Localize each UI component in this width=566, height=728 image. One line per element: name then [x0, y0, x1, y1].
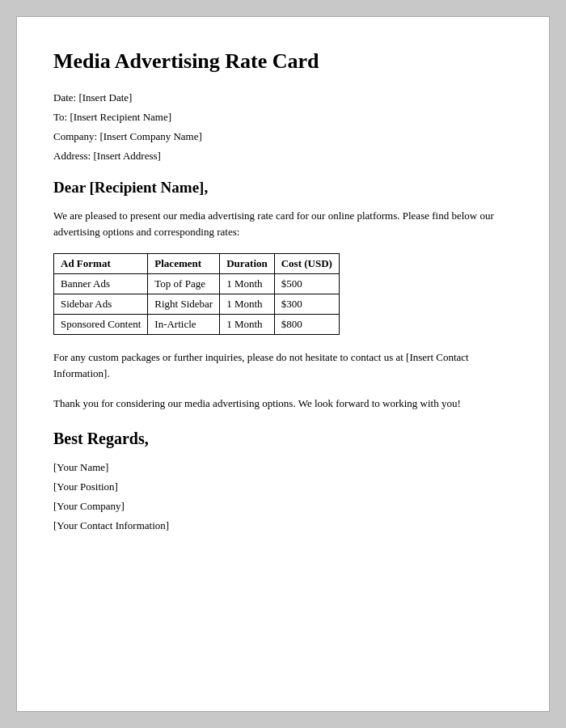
date-label: Date: [53, 91, 76, 104]
document-title: Media Advertising Rate Card [53, 49, 513, 74]
col-header-cost: Cost (USD) [274, 254, 339, 274]
signature-company: [Your Company] [53, 500, 513, 513]
table-row: Sponsored ContentIn-Article1 Month$800 [54, 315, 340, 335]
to-line: To: [Insert Recipient Name] [53, 111, 513, 124]
date-value: [Insert Date] [78, 91, 132, 104]
table-cell: Banner Ads [54, 274, 148, 294]
table-cell: Right Sidebar [148, 294, 220, 315]
address-line: Address: [Insert Address] [53, 150, 513, 163]
thank-you-paragraph: Thank you for considering our media adve… [53, 396, 513, 412]
company-line: Company: [Insert Company Name] [53, 130, 513, 143]
table-cell: In-Article [148, 315, 220, 335]
table-cell: $500 [274, 274, 339, 294]
table-cell: $300 [274, 294, 339, 315]
table-row: Banner AdsTop of Page1 Month$500 [54, 274, 340, 294]
salutation: Dear [Recipient Name], [53, 179, 513, 197]
intro-paragraph: We are pleased to present our media adve… [53, 208, 513, 240]
to-value: [Insert Recipient Name] [70, 111, 171, 123]
contact-paragraph: For any custom packages or further inqui… [53, 349, 513, 382]
table-cell: Top of Page [148, 274, 220, 294]
table-cell: $800 [274, 315, 339, 335]
table-cell: 1 Month [220, 294, 275, 315]
col-header-duration: Duration [220, 254, 275, 274]
table-cell: Sidebar Ads [54, 294, 148, 315]
address-value: [Insert Address] [93, 150, 160, 162]
date-line: Date: [Insert Date] [53, 91, 513, 104]
address-label: Address: [53, 150, 91, 162]
table-cell: 1 Month [220, 274, 275, 294]
signature-position: [Your Position] [53, 480, 513, 493]
document-container: Media Advertising Rate Card Date: [Inser… [16, 16, 550, 712]
col-header-format: Ad Format [54, 254, 148, 274]
closing-heading: Best Regards, [53, 430, 513, 448]
table-header-row: Ad Format Placement Duration Cost (USD) [54, 254, 340, 274]
col-header-placement: Placement [148, 254, 220, 274]
ad-rates-table: Ad Format Placement Duration Cost (USD) … [53, 253, 340, 335]
table-cell: 1 Month [220, 315, 275, 335]
company-value: [Insert Company Name] [99, 130, 201, 142]
to-label: To: [53, 111, 67, 123]
table-cell: Sponsored Content [54, 315, 148, 335]
signature-name: [Your Name] [53, 461, 513, 474]
company-label: Company: [53, 130, 97, 142]
signature-contact: [Your Contact Information] [53, 519, 513, 532]
table-row: Sidebar AdsRight Sidebar1 Month$300 [54, 294, 340, 315]
